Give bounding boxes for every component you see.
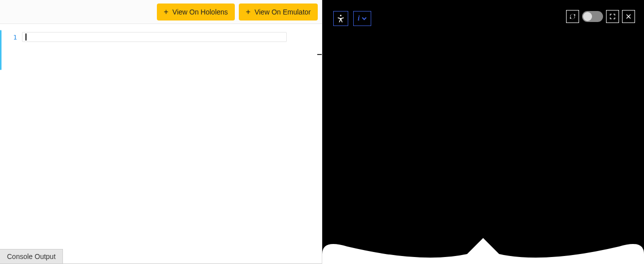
vr-goggle-frame xyxy=(322,219,644,264)
viewer-toolbar-right xyxy=(566,10,635,23)
editor-toolbar: + View On Hololens + View On Emulator xyxy=(0,0,322,24)
panel-divider-handle[interactable] xyxy=(317,54,322,55)
close-icon xyxy=(626,14,632,20)
refresh-icon xyxy=(569,13,576,20)
svg-point-0 xyxy=(340,15,342,16)
text-cursor xyxy=(25,34,26,40)
console-tab-label: Console Output xyxy=(7,252,55,260)
plus-icon: + xyxy=(164,8,168,16)
emulator-button-label: View On Emulator xyxy=(254,8,311,16)
viewer-toolbar-left: i xyxy=(333,11,371,26)
line-number: 1 xyxy=(5,34,22,41)
editor-panel: + View On Hololens + View On Emulator 1 … xyxy=(0,0,322,264)
toggle-knob xyxy=(583,12,592,21)
hololens-button-label: View On Hololens xyxy=(172,8,228,16)
fullscreen-button[interactable] xyxy=(606,10,619,23)
close-button[interactable] xyxy=(622,10,635,23)
view-on-hololens-button[interactable]: + View On Hololens xyxy=(157,4,235,20)
viewer-panel: i xyxy=(322,0,644,264)
editor-line: 1 xyxy=(0,32,322,42)
info-label: i xyxy=(358,14,360,22)
console-output-tab[interactable]: Console Output xyxy=(0,249,63,264)
accessibility-button[interactable] xyxy=(333,11,348,26)
info-dropdown-button[interactable]: i xyxy=(353,11,371,26)
plus-icon: + xyxy=(246,8,250,16)
console-tabs: Console Output xyxy=(0,248,322,264)
accessibility-icon xyxy=(336,14,345,23)
line-content[interactable] xyxy=(22,32,287,42)
refresh-button[interactable] xyxy=(566,10,579,23)
chevron-down-icon xyxy=(362,16,367,21)
view-on-emulator-button[interactable]: + View On Emulator xyxy=(239,4,318,20)
code-editor[interactable]: 1 xyxy=(0,24,322,248)
vr-toggle[interactable] xyxy=(582,11,603,22)
expand-icon xyxy=(609,13,616,20)
